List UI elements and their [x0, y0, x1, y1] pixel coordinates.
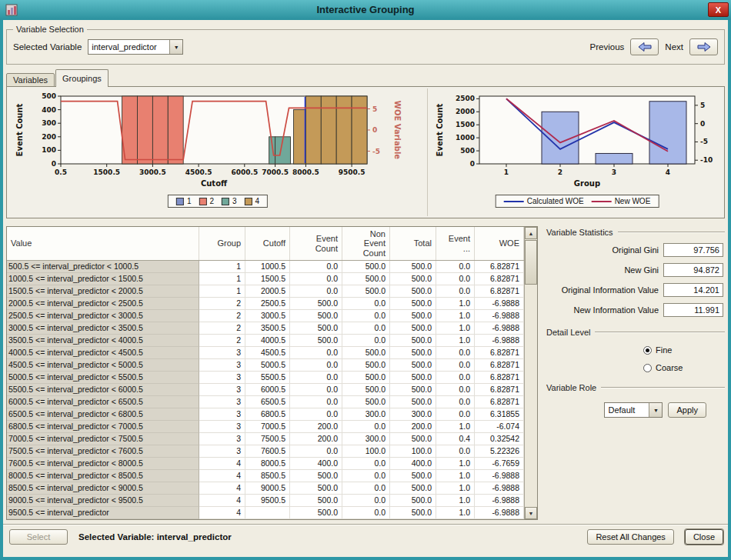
column-header-non-event-count[interactable]: Non Event Count: [342, 227, 390, 260]
table-row[interactable]: 7000.5 <= interval_predictor < 7500.5375…: [7, 433, 524, 445]
variable-role-dropdown[interactable]: Default ▼: [604, 402, 663, 418]
cell: 1.0: [436, 310, 475, 322]
column-header-total[interactable]: Total: [390, 227, 436, 260]
radio-icon[interactable]: [643, 364, 652, 372]
table-row[interactable]: 9500.5 <= interval_predictor4500.00.0500…: [7, 507, 524, 519]
variable-role-title: Variable Role: [546, 383, 596, 392]
tab-groupings[interactable]: Groupings: [55, 69, 108, 87]
cell: 0.0: [342, 335, 390, 347]
stat-value-box[interactable]: 94.872: [663, 263, 723, 277]
close-window-button[interactable]: X: [708, 2, 729, 17]
legend-line-swatch: [504, 201, 524, 202]
stat-field: New Information Value11.991: [546, 303, 725, 317]
cell: 0.0: [290, 273, 342, 285]
column-header-group[interactable]: Group: [199, 227, 245, 260]
previous-button[interactable]: [630, 38, 659, 55]
column-header-woe[interactable]: WOE: [475, 227, 524, 260]
table-row[interactable]: 2500.5 <= interval_predictor < 3000.5230…: [7, 310, 524, 322]
close-button[interactable]: Close: [685, 529, 723, 545]
scroll-thumb[interactable]: [525, 240, 537, 285]
column-header-event-count[interactable]: Event Count: [290, 227, 342, 260]
table-row[interactable]: 7600.5 <= interval_predictor < 8000.5480…: [7, 458, 524, 470]
group-chart-legend: Calculated WOENew WOE: [496, 195, 659, 208]
table-row[interactable]: 2000.5 <= interval_predictor < 2500.5225…: [7, 298, 524, 310]
cell: -6.9888: [475, 495, 524, 507]
radio-option-fine[interactable]: Fine: [643, 345, 699, 355]
apply-button[interactable]: Apply: [668, 402, 706, 418]
svg-text:3000.5: 3000.5: [139, 168, 166, 176]
select-button[interactable]: Select: [9, 529, 68, 545]
cell: 500.0: [390, 384, 436, 396]
svg-text:0: 0: [372, 126, 377, 134]
table-row[interactable]: 5000.5 <= interval_predictor < 5500.5355…: [7, 372, 524, 384]
svg-text:WOE Variable: WOE Variable: [393, 101, 402, 159]
stat-value-box[interactable]: 14.201: [663, 283, 723, 297]
cell: 8000.5 <= interval_predictor < 8500.5: [7, 470, 199, 482]
cell: -6.9888: [475, 310, 524, 322]
detail-level-title: Detail Level: [546, 328, 590, 337]
radio-icon[interactable]: [643, 346, 652, 355]
stat-value-box[interactable]: 11.991: [663, 303, 723, 317]
cell: 200.0: [290, 433, 342, 445]
cell: 0.0: [342, 322, 390, 335]
reset-all-changes-button[interactable]: Reset All Changes: [587, 529, 674, 545]
cell: 4: [199, 482, 245, 495]
scroll-track[interactable]: [525, 239, 537, 507]
cell: 0.0: [436, 285, 475, 298]
column-header-value[interactable]: Value: [7, 227, 199, 260]
table-row[interactable]: 6800.5 <= interval_predictor < 7000.5370…: [7, 421, 524, 433]
table-row[interactable]: 7500.5 <= interval_predictor < 7600.5376…: [7, 445, 524, 458]
cell: 100.0: [342, 445, 390, 458]
table-row[interactable]: 4000.5 <= interval_predictor < 4500.5345…: [7, 347, 524, 359]
cell: 5000.5: [245, 359, 290, 372]
table-row[interactable]: 6000.5 <= interval_predictor < 6500.5365…: [7, 396, 524, 408]
vertical-scrollbar[interactable]: ▲ ▼: [524, 227, 537, 519]
table-row[interactable]: 500.5 <= interval_predictor < 1000.51100…: [7, 261, 524, 273]
cell: [245, 507, 290, 519]
column-header-cutoff[interactable]: Cutoff: [245, 227, 290, 260]
titlebar[interactable]: Interactive Grouping X: [0, 0, 731, 20]
cell: 0.0: [290, 359, 342, 372]
scroll-down-button[interactable]: ▼: [525, 507, 537, 519]
table-row[interactable]: 3000.5 <= interval_predictor < 3500.5235…: [7, 322, 524, 335]
svg-text:4500.5: 4500.5: [185, 168, 212, 176]
cell: 6000.5 <= interval_predictor < 6500.5: [7, 396, 199, 408]
tab-variables[interactable]: Variables: [6, 73, 55, 87]
selected-variable-dropdown[interactable]: interval_predictor ▼: [88, 39, 183, 55]
cell: 1.0: [436, 322, 475, 335]
cell: 500.0: [290, 298, 342, 310]
svg-text:0: 0: [470, 160, 475, 168]
chevron-down-icon[interactable]: ▼: [649, 403, 662, 417]
table-row[interactable]: 8000.5 <= interval_predictor < 8500.5485…: [7, 470, 524, 482]
svg-text:5: 5: [700, 102, 705, 109]
dialog-content: Variable Selection Selected Variable int…: [3, 20, 728, 557]
cell: 1.0: [436, 495, 475, 507]
cell: 8500.5: [245, 470, 290, 482]
column-header-event[interactable]: Event ...: [436, 227, 475, 260]
cell: 500.0: [390, 482, 436, 495]
legend-swatch: [222, 198, 229, 205]
table-row[interactable]: 9000.5 <= interval_predictor < 9500.5495…: [7, 495, 524, 507]
radio-option-coarse[interactable]: Coarse: [643, 363, 699, 372]
svg-text:-10: -10: [700, 156, 713, 164]
cell: 1.0: [436, 482, 475, 495]
svg-text:9500.5: 9500.5: [339, 168, 366, 176]
table-row[interactable]: 3500.5 <= interval_predictor < 4000.5240…: [7, 335, 524, 347]
scroll-up-button[interactable]: ▲: [525, 227, 537, 239]
cell: 6.82871: [475, 372, 524, 384]
table-row[interactable]: 4500.5 <= interval_predictor < 5000.5350…: [7, 359, 524, 372]
table-row[interactable]: 5500.5 <= interval_predictor < 6000.5360…: [7, 384, 524, 396]
table-row[interactable]: 6500.5 <= interval_predictor < 6800.5368…: [7, 408, 524, 421]
cutoff-chart: 010020030040050050-50.51500.53000.54500.…: [10, 88, 426, 216]
next-button[interactable]: [689, 38, 718, 55]
cell: 0.0: [436, 372, 475, 384]
table-row[interactable]: 8500.5 <= interval_predictor < 9000.5490…: [7, 482, 524, 495]
cell: 500.0: [390, 273, 436, 285]
cell: 400.0: [390, 458, 436, 470]
radio-label: Coarse: [656, 363, 683, 372]
stat-value-box[interactable]: 97.756: [663, 243, 723, 257]
chevron-down-icon[interactable]: ▼: [169, 40, 182, 54]
table-row[interactable]: 1000.5 <= interval_predictor < 1500.5115…: [7, 273, 524, 285]
table-row[interactable]: 1500.5 <= interval_predictor < 2000.5120…: [7, 285, 524, 298]
cell: 7500.5: [245, 433, 290, 445]
